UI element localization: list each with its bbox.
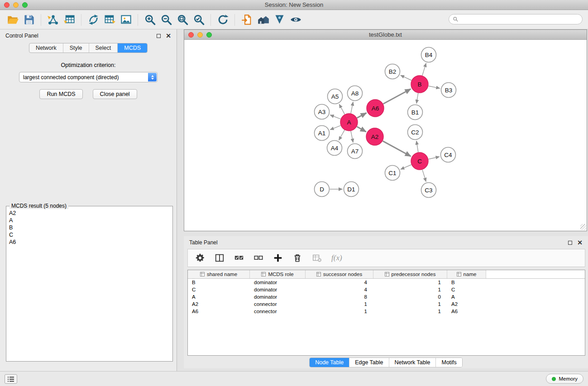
tab-select[interactable]: Select	[89, 43, 118, 52]
graph-node-C3[interactable]: C3	[421, 183, 436, 198]
graph-node-A5[interactable]: A5	[328, 89, 343, 104]
minimize-window-button[interactable]	[13, 2, 19, 8]
zoom-fit-content-button[interactable]	[174, 12, 191, 28]
graph-node-A[interactable]: A	[340, 114, 358, 131]
show-columns-button[interactable]	[215, 253, 225, 263]
result-item[interactable]: C	[9, 231, 170, 238]
export-image-button[interactable]	[118, 12, 134, 28]
result-item[interactable]: B	[9, 224, 170, 231]
graph-edge-B-B4[interactable]	[422, 63, 426, 76]
result-item[interactable]: A2	[9, 210, 170, 217]
graph-edge-A-A4[interactable]	[339, 130, 345, 140]
run-mcds-button[interactable]: Run MCDS	[39, 89, 82, 99]
add-row-button[interactable]	[273, 253, 283, 263]
save-session-button[interactable]	[21, 12, 37, 28]
graph-edge-A-A2[interactable]	[357, 127, 366, 132]
export-table-button[interactable]	[101, 12, 118, 28]
network-graph-svg[interactable]: AA1A2A3A4A5A6A7A8BB1B2B3B4CC1C2C3C4DD1	[184, 40, 587, 230]
select-all-rows-button[interactable]	[234, 253, 244, 263]
table-settings-button[interactable]	[195, 253, 205, 263]
float-panel-icon[interactable]	[568, 241, 572, 245]
table-row[interactable]: Bdominator41B	[188, 279, 585, 286]
tab-motifs[interactable]: Motifs	[435, 358, 462, 367]
function-builder-button[interactable]: f(x)	[331, 253, 342, 262]
graph-node-B[interactable]: B	[411, 76, 428, 93]
graph-edge-A-A8[interactable]	[351, 102, 353, 113]
column-header-predecessor-nodes[interactable]: predecessor nodes	[373, 270, 447, 278]
table-row[interactable]: A2connector11A2	[188, 300, 585, 308]
close-network-window-button[interactable]	[188, 32, 194, 38]
duplicate-network-button[interactable]	[85, 12, 101, 28]
table-row[interactable]: Cdominator41C	[188, 286, 585, 293]
close-panel-icon[interactable]: ✕	[577, 239, 583, 246]
graph-edge-C-C4[interactable]	[429, 157, 440, 159]
graph-edge-A-A6[interactable]	[357, 113, 367, 118]
table-row[interactable]: A6connector11A6	[188, 308, 585, 315]
graph-edge-B-B2[interactable]	[401, 75, 411, 80]
graph-edge-A-A1[interactable]	[330, 125, 340, 129]
graph-node-A3[interactable]: A3	[315, 105, 330, 119]
graph-node-A4[interactable]: A4	[327, 141, 342, 156]
graph-node-C[interactable]: C	[411, 152, 428, 170]
tab-style[interactable]: Style	[63, 43, 89, 52]
graph-node-A6[interactable]: A6	[367, 100, 384, 117]
graph-edge-A-A5[interactable]	[339, 104, 344, 114]
zoom-window-button[interactable]	[22, 2, 28, 8]
refresh-network-view-button[interactable]	[215, 12, 231, 28]
graph-edge-C-C1[interactable]	[401, 165, 411, 169]
graph-node-B4[interactable]: B4	[421, 48, 436, 62]
tab-edge-table[interactable]: Edge Table	[349, 358, 388, 367]
graph-edge-C-C3[interactable]	[422, 170, 426, 181]
result-item[interactable]: A	[9, 217, 170, 224]
network-canvas[interactable]: AA1A2A3A4A5A6A7A8BB1B2B3B4CC1C2C3C4DD1	[184, 40, 587, 230]
delete-table-button[interactable]	[312, 253, 322, 263]
graph-edge-C-C2[interactable]	[416, 141, 418, 152]
zoom-in-button[interactable]	[142, 12, 158, 28]
graph-node-C4[interactable]: C4	[441, 148, 456, 162]
panel-menu-button[interactable]	[5, 374, 17, 384]
zoom-network-window-button[interactable]	[206, 32, 212, 38]
tab-network-table[interactable]: Network Table	[389, 358, 436, 367]
open-session-button[interactable]	[5, 12, 21, 28]
graph-node-A8[interactable]: A8	[348, 86, 363, 101]
table-row[interactable]: Adominator80A	[188, 293, 585, 300]
annotations-button[interactable]	[271, 12, 287, 28]
graph-node-B3[interactable]: B3	[441, 83, 456, 98]
export-document-button[interactable]	[239, 12, 255, 28]
optimization-criterion-select[interactable]: largest connected component (directed)	[19, 72, 158, 82]
column-header-shared-name[interactable]: shared name	[188, 270, 250, 278]
import-network-from-file-button[interactable]	[45, 12, 61, 28]
graph-edge-B-B1[interactable]	[416, 93, 418, 104]
zoom-selected-button[interactable]	[191, 12, 207, 28]
deselect-all-rows-button[interactable]	[253, 253, 263, 263]
close-panel-icon[interactable]: ✕	[166, 33, 171, 39]
graph-node-A1[interactable]: A1	[315, 126, 330, 141]
search-input[interactable]	[461, 16, 578, 23]
graph-node-D[interactable]: D	[315, 182, 330, 197]
graph-edge-A6-B[interactable]	[383, 89, 411, 104]
resize-grip[interactable]	[580, 224, 586, 230]
show-hide-graphics-details-button[interactable]	[287, 12, 304, 28]
graph-edge-B-B3[interactable]	[429, 86, 440, 88]
graph-edge-A-A7[interactable]	[351, 131, 353, 143]
graph-node-A7[interactable]: A7	[348, 144, 363, 159]
zoom-out-button[interactable]	[158, 12, 174, 28]
import-table-from-file-button[interactable]	[61, 12, 77, 28]
graph-edge-A2-C[interactable]	[383, 141, 411, 157]
delete-selected-rows-button[interactable]	[292, 253, 302, 263]
graph-edge-A-A3[interactable]	[330, 115, 340, 119]
graph-node-A2[interactable]: A2	[366, 128, 383, 145]
home-button[interactable]	[255, 12, 271, 28]
tab-network[interactable]: Network	[29, 43, 63, 52]
graph-node-B2[interactable]: B2	[385, 64, 400, 79]
close-window-button[interactable]	[4, 2, 10, 8]
graph-node-C2[interactable]: C2	[408, 125, 423, 140]
result-item[interactable]: A6	[9, 238, 170, 246]
float-panel-icon[interactable]	[157, 34, 161, 38]
column-header-successor-nodes[interactable]: successor nodes	[306, 270, 373, 278]
graph-node-C1[interactable]: C1	[385, 166, 400, 181]
graph-node-D1[interactable]: D1	[344, 182, 359, 197]
tab-node-table[interactable]: Node Table	[310, 358, 349, 367]
column-header-name[interactable]: name	[447, 270, 486, 278]
minimize-network-window-button[interactable]	[197, 32, 203, 38]
